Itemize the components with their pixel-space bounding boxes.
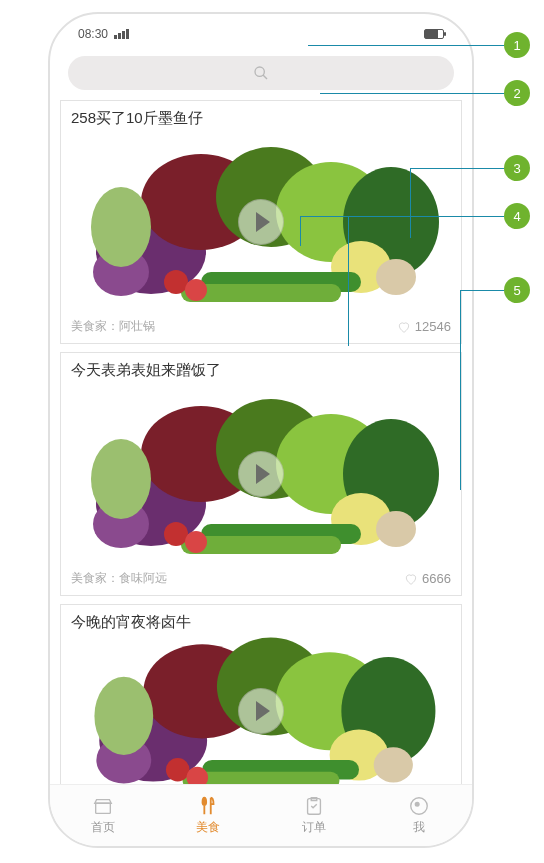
- like-button[interactable]: 6666: [404, 571, 451, 586]
- play-button[interactable]: [238, 451, 284, 497]
- tab-label: 首页: [91, 819, 115, 836]
- signal-icon: [114, 29, 129, 39]
- video-thumbnail[interactable]: [65, 636, 457, 784]
- play-button[interactable]: [238, 199, 284, 245]
- svg-point-44: [416, 802, 420, 806]
- tab-label: 订单: [302, 819, 326, 836]
- orders-icon: [303, 795, 325, 817]
- annotation-1: 1: [504, 32, 530, 58]
- video-thumbnail[interactable]: [65, 132, 457, 312]
- status-time: 08:30: [78, 27, 108, 41]
- svg-point-9: [376, 259, 416, 295]
- card-author: 美食家：阿壮锅: [71, 318, 155, 335]
- card-author: 美食家：食味阿远: [71, 570, 167, 587]
- tab-food[interactable]: 美食: [156, 785, 262, 846]
- svg-line-1: [263, 75, 267, 79]
- svg-point-13: [185, 279, 207, 301]
- tab-home[interactable]: 首页: [50, 785, 156, 846]
- like-count: 12546: [415, 319, 451, 334]
- svg-point-0: [255, 67, 264, 76]
- tab-me[interactable]: 我: [367, 785, 473, 846]
- play-button[interactable]: [238, 688, 284, 734]
- profile-icon: [408, 795, 430, 817]
- video-thumbnail[interactable]: [65, 384, 457, 564]
- like-count: 6666: [422, 571, 451, 586]
- svg-point-38: [166, 758, 190, 782]
- svg-point-26: [185, 531, 207, 553]
- tab-label: 我: [413, 819, 425, 836]
- status-bar: 08:30: [50, 14, 472, 46]
- svg-point-25: [164, 522, 188, 546]
- annotation-3: 3: [504, 155, 530, 181]
- feed-list: 258买了10斤墨鱼仔: [50, 100, 472, 784]
- food-icon: [197, 795, 219, 817]
- svg-point-14: [91, 187, 151, 267]
- tab-bar: 首页 美食 订单 我: [50, 784, 472, 846]
- feed-card[interactable]: 258买了10斤墨鱼仔: [60, 100, 462, 344]
- home-icon: [92, 795, 114, 817]
- search-input[interactable]: [68, 56, 454, 90]
- like-button[interactable]: 12546: [397, 319, 451, 334]
- card-title: 258买了10斤墨鱼仔: [61, 101, 461, 132]
- phone-frame: 08:30 258买了10斤墨鱼仔: [48, 12, 474, 848]
- annotation-5: 5: [504, 277, 530, 303]
- annotation-2: 2: [504, 80, 530, 106]
- svg-point-43: [411, 798, 428, 815]
- card-title: 今天表弟表姐来蹭饭了: [61, 353, 461, 384]
- card-title: 今晚的宵夜将卤牛: [61, 605, 461, 636]
- annotation-4: 4: [504, 203, 530, 229]
- svg-point-22: [376, 511, 416, 547]
- svg-point-27: [91, 439, 151, 519]
- search-icon: [253, 65, 269, 81]
- tab-label: 美食: [196, 819, 220, 836]
- feed-card[interactable]: 今晚的宵夜将卤牛: [60, 604, 462, 784]
- svg-point-35: [374, 747, 413, 782]
- heart-icon: [397, 320, 411, 334]
- heart-icon: [404, 572, 418, 586]
- battery-icon: [424, 29, 444, 39]
- svg-point-12: [164, 270, 188, 294]
- feed-card[interactable]: 今天表弟表姐来蹭饭了: [60, 352, 462, 596]
- tab-orders[interactable]: 订单: [261, 785, 367, 846]
- svg-rect-41: [95, 803, 110, 813]
- svg-point-40: [94, 677, 153, 755]
